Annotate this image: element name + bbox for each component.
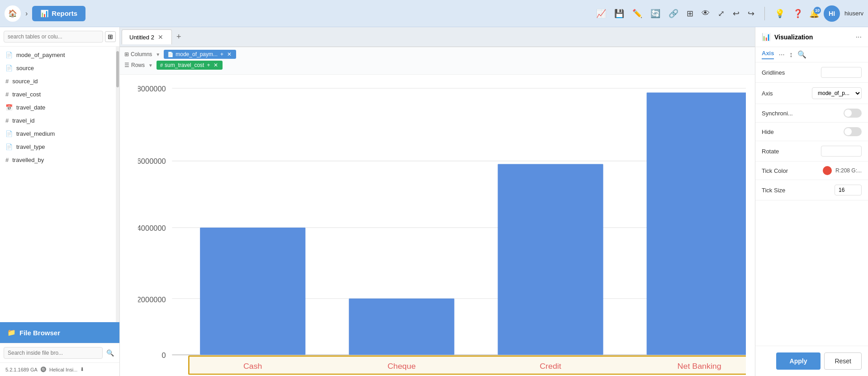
text-icon: 📄 (5, 52, 13, 58)
settings-icon: ⬇ (80, 366, 84, 372)
tab-close-button[interactable]: ✕ (157, 33, 164, 41)
columns-pill[interactable]: 📄 mode_of_paym... + ✕ (164, 50, 236, 59)
edit-icon[interactable]: ✏️ (631, 7, 644, 20)
tick-size-input[interactable] (835, 185, 862, 195)
rows-pill[interactable]: # sum_travel_cost + ✕ (157, 61, 223, 70)
bar-net-banking[interactable] (647, 92, 746, 355)
rotate-input[interactable] (821, 146, 862, 157)
expand-icon[interactable]: ⤢ (716, 7, 726, 20)
file-browser-button[interactable]: 📁 File Browser (0, 322, 119, 343)
y-axis-label: 0 (162, 351, 166, 359)
notification-button[interactable]: 🔔 10 (809, 9, 819, 19)
y-axis-label: 8000000 (138, 85, 166, 93)
file-browser-label: File Browser (19, 329, 60, 337)
rows-pill-add[interactable]: + (206, 62, 211, 68)
tab-add-button[interactable]: + (173, 32, 185, 42)
list-item[interactable]: 📄 mode_of_payment (0, 48, 116, 62)
list-item[interactable]: # travel_cost (0, 88, 116, 101)
line-chart-icon[interactable]: 📈 (594, 7, 608, 20)
help-icon[interactable]: ❓ (791, 7, 805, 20)
search-file-input[interactable] (4, 347, 103, 359)
hash-icon: # (5, 91, 9, 98)
gridlines-row: Gridlines (755, 62, 868, 83)
reset-button[interactable]: Reset (824, 352, 862, 370)
reports-button[interactable]: 📊 Reports (32, 6, 85, 21)
document-icon: 📄 (167, 52, 174, 57)
center-content: Untitled 2 ✕ + ⊞ Columns ▼ 📄 mode_of_pay… (120, 27, 755, 376)
item-label: travel_cost (12, 91, 41, 98)
save-icon[interactable]: 💾 (612, 7, 626, 20)
list-item[interactable]: 📄 source (0, 62, 116, 75)
list-item[interactable]: 📅 travel_date (0, 101, 116, 114)
nav-chevron-button[interactable]: › (25, 10, 28, 18)
reports-icon: 📊 (40, 10, 49, 18)
nav-icons: 📈 💾 ✏️ 🔄 🔗 ⊞ 👁 ⤢ ↩ ↪ (594, 7, 756, 20)
sort-icon[interactable]: ↕ (789, 51, 793, 59)
item-label: travel_id (12, 117, 34, 124)
y-axis-label: 4000000 (138, 224, 166, 232)
search-row: ⊞ (0, 27, 119, 47)
notification-count: 10 (814, 7, 821, 14)
search-input[interactable] (4, 31, 103, 43)
table-list-area: 📄 mode_of_payment 📄 source # source_id #… (0, 47, 119, 322)
version-row: 5.2.1.1689 GA 🔘 Helical Insi... ⬇ (0, 362, 119, 376)
list-item[interactable]: # travel_id (0, 114, 116, 127)
rows-pill-close[interactable]: ✕ (213, 62, 219, 68)
gridlines-label: Gridlines (762, 69, 817, 76)
bar-cheque[interactable] (349, 299, 454, 355)
panel-more-button[interactable]: ··· (856, 33, 862, 41)
tick-color-swatch[interactable] (823, 166, 832, 175)
hide-row: Hide (755, 123, 868, 141)
gridlines-input[interactable] (821, 67, 862, 78)
grid-view-button[interactable]: ⊞ (105, 31, 116, 42)
axis-more-button[interactable]: ··· (778, 51, 784, 59)
tab-axis[interactable]: Axis (762, 50, 774, 59)
hash-icon: # (5, 117, 9, 124)
bar-cash[interactable] (200, 228, 305, 355)
x-label-credit: Credit (540, 362, 561, 371)
y-axis-label: 2000000 (138, 295, 166, 304)
bulb-icon[interactable]: 💡 (773, 7, 787, 20)
avatar-button[interactable]: HI (824, 5, 840, 22)
columns-row: ⊞ Columns ▼ 📄 mode_of_paym... + ✕ (124, 50, 750, 59)
scrollbar-thumb[interactable] (116, 51, 119, 87)
hide-label: Hide (762, 129, 840, 135)
tick-size-row: Tick Size (755, 180, 868, 200)
y-axis-label: 6000000 (138, 157, 166, 166)
item-label: source_id (12, 78, 38, 85)
refresh-icon[interactable]: 🔄 (649, 7, 662, 20)
scrollbar-track[interactable] (116, 47, 119, 322)
undo-icon[interactable]: ↩ (731, 7, 741, 20)
axis-select[interactable]: mode_of_p... (812, 87, 862, 99)
rotate-row: Rotate (755, 141, 868, 162)
list-item[interactable]: # source_id (0, 75, 116, 88)
reports-label: Reports (52, 10, 77, 17)
hide-toggle[interactable] (844, 127, 862, 136)
columns-label: ⊞ Columns (124, 51, 152, 57)
search-panel-icon[interactable]: 🔍 (797, 50, 806, 59)
x-label-net-banking: Net Banking (678, 362, 721, 371)
grid-view-icon[interactable]: ⊞ (685, 7, 695, 20)
share-icon[interactable]: 🔗 (667, 7, 680, 20)
hash-icon: # (5, 157, 9, 163)
tab-untitled2[interactable]: Untitled 2 ✕ (122, 29, 172, 44)
list-item[interactable]: 📄 travel_medium (0, 127, 116, 140)
preview-icon[interactable]: 👁 (700, 7, 711, 20)
bar-credit[interactable] (498, 164, 603, 355)
tab-label: Untitled 2 (129, 34, 154, 41)
search-file-icon[interactable]: 🔍 (104, 347, 116, 358)
columns-pill-close[interactable]: ✕ (226, 51, 232, 57)
apply-button[interactable]: Apply (776, 352, 821, 370)
item-label: travelled_by (12, 157, 44, 163)
columns-pill-add[interactable]: + (219, 51, 224, 57)
chart-header: ⊞ Columns ▼ 📄 mode_of_paym... + ✕ ☰ Rows… (120, 47, 755, 75)
main-layout: ⊞ 📄 mode_of_payment 📄 source # source_id… (0, 27, 868, 376)
home-button[interactable]: 🏠 (5, 5, 21, 22)
list-item[interactable]: 📄 travel_type (0, 140, 116, 153)
redo-icon[interactable]: ↪ (746, 7, 756, 20)
synchronize-toggle[interactable] (844, 109, 862, 118)
list-item[interactable]: # travelled_by (0, 153, 116, 167)
version-label: 5.2.1.1689 GA (5, 367, 38, 372)
rotate-label: Rotate (762, 148, 817, 155)
hash-icon: # (5, 78, 9, 85)
